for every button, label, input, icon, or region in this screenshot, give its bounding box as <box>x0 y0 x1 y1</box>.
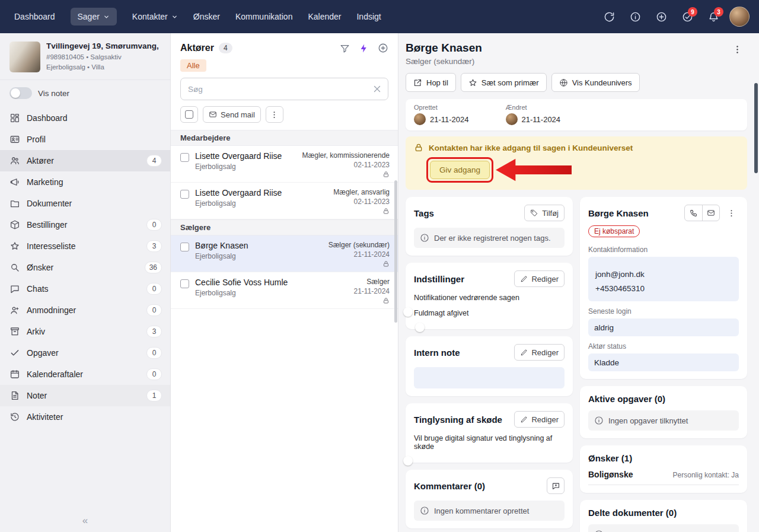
send-mail-button[interactable]: Send mail <box>203 106 261 123</box>
automation-button[interactable] <box>359 43 369 53</box>
warning-message: Kontakten har ikke adgang til sagen i Ku… <box>429 144 633 152</box>
actor-row[interactable]: Lisette Overgaard Riise Ejerboligsalg Mæ… <box>171 183 398 219</box>
info-icon <box>420 506 429 515</box>
page-subtitle: Sælger (sekundær) <box>406 57 482 66</box>
dashboard-icon <box>9 113 20 123</box>
sidebar-item-label: Interesseliste <box>27 241 75 251</box>
add-tag-button[interactable]: Tilføj <box>524 205 565 221</box>
filter-chip-alle[interactable]: Alle <box>180 59 206 72</box>
call-button[interactable] <box>685 205 702 221</box>
add-comment-button[interactable] <box>547 477 565 494</box>
sidebar-item-anmodninger[interactable]: Anmodninger 0 <box>0 300 170 321</box>
property-title: Tvillingevej 19, Smørumvang, 2... <box>46 42 161 50</box>
main-scrollbar[interactable] <box>754 83 758 173</box>
property-header[interactable]: Tvillingevej 19, Smørumvang, 2... #98981… <box>0 33 170 80</box>
actor-date: 21-11-2024 <box>354 287 390 295</box>
sidebar-item-marketing[interactable]: Marketing <box>0 171 170 193</box>
contact-more-button[interactable] <box>723 205 739 221</box>
row-checkbox[interactable] <box>180 153 189 162</box>
actor-row[interactable]: Lisette Overgaard Riise Ejerboligsalg Mæ… <box>171 146 398 183</box>
star-icon <box>9 241 20 251</box>
nav-indsigt[interactable]: Indsigt <box>356 12 381 21</box>
edit-note-label: Rediger <box>531 348 559 357</box>
lock-icon <box>382 260 390 267</box>
tags-empty-state: Der er ikke registreret nogen tags. <box>414 228 565 248</box>
user-avatar[interactable] <box>729 7 750 27</box>
row-checkbox[interactable] <box>180 279 189 288</box>
sidebar-item-profil[interactable]: Profil <box>0 129 170 150</box>
sidebar-item-aktorer[interactable]: Aktører 4 <box>0 150 170 171</box>
hop-til-button[interactable]: Hop til <box>406 73 456 92</box>
info-button[interactable] <box>625 7 645 27</box>
actor-row-selected[interactable]: Børge Knasen Ejerboligsalg Sælger (sekun… <box>171 235 398 272</box>
nav-kalender[interactable]: Kalender <box>308 12 341 21</box>
check-icon <box>9 348 20 358</box>
actor-org: Ejerboligsalg <box>195 289 288 297</box>
kebab-icon <box>732 44 742 55</box>
detail-more-button[interactable] <box>729 42 745 57</box>
more-actions-button[interactable] <box>266 106 283 123</box>
tasks-button[interactable]: 9 <box>677 7 697 27</box>
top-nav: Dashboard Sager Kontakter Ønsker Kommuni… <box>0 0 759 33</box>
edit-tinglysning-button[interactable]: Rediger <box>514 411 565 428</box>
email-button[interactable] <box>702 205 719 221</box>
sidebar-item-noter[interactable]: Noter 1 <box>0 385 170 406</box>
select-all-checkbox[interactable] <box>180 106 198 123</box>
actor-row[interactable]: Cecilie Sofie Voss Humle Ejerboligsalg S… <box>171 272 398 309</box>
sidebar-item-label: Dokumenter <box>27 199 72 208</box>
tasks-badge: 9 <box>688 7 697 17</box>
sidebar-collapse-button[interactable]: « <box>0 509 170 532</box>
nav-kontakter[interactable]: Kontakter <box>132 12 178 21</box>
contact-email[interactable]: jonh@jonh.dk <box>595 267 732 282</box>
contact-info-label: Kontaktinformation <box>588 246 739 254</box>
nav-kommunikation[interactable]: Kommunikation <box>235 12 293 21</box>
filter-button[interactable] <box>340 43 350 53</box>
case-sidebar: Tvillingevej 19, Smørumvang, 2... #98981… <box>0 33 171 532</box>
notifications-toggle-label: Notifikationer vedrørende sagen <box>414 294 565 302</box>
wish-item[interactable]: Boligønske Personlig kontakt: Ja <box>588 470 739 485</box>
sidebar-item-aktiviteter[interactable]: Aktiviteter <box>0 406 170 428</box>
kebab-icon <box>727 209 736 218</box>
sidebar-item-label: Aktører <box>27 156 54 165</box>
vis-noter-toggle[interactable] <box>9 87 32 99</box>
sidebar-item-arkiv[interactable]: Arkiv 3 <box>0 321 170 342</box>
sidebar-item-opgaver[interactable]: Opgaver 0 <box>0 342 170 364</box>
refresh-icon <box>604 11 615 23</box>
nav-onsker[interactable]: Ønsker <box>193 12 220 21</box>
annotation-highlight-box: Giv adgang <box>426 157 493 183</box>
refresh-button[interactable] <box>599 7 619 27</box>
vis-kundeunivers-button[interactable]: Vis Kundeunivers <box>551 73 640 92</box>
add-button[interactable] <box>651 7 671 27</box>
edit-settings-label: Rediger <box>531 275 559 283</box>
sidebar-item-label: Bestillinger <box>27 220 67 230</box>
sidebar-item-bestillinger[interactable]: Bestillinger 0 <box>0 214 170 235</box>
saet-som-primaer-button[interactable]: Sæt som primær <box>461 73 547 92</box>
sidebar-item-dashboard[interactable]: Dashboard <box>0 107 170 129</box>
nav-dashboard[interactable]: Dashboard <box>14 12 55 21</box>
row-checkbox[interactable] <box>180 190 189 199</box>
nav-sager[interactable]: Sager <box>71 8 117 26</box>
sidebar-item-onsker[interactable]: Ønsker 36 <box>0 257 170 278</box>
row-checkbox[interactable] <box>180 243 189 251</box>
edit-settings-button[interactable]: Rediger <box>514 270 565 287</box>
plus-circle-icon <box>656 11 667 23</box>
sidebar-item-chats[interactable]: Chats 0 <box>0 278 170 300</box>
contact-phone[interactable]: +4530465310 <box>595 282 732 296</box>
giv-adgang-button[interactable]: Giv adgang <box>430 161 490 179</box>
edit-note-button[interactable]: Rediger <box>514 344 565 361</box>
intern-note-field[interactable] <box>414 367 565 388</box>
sidebar-item-dokumenter[interactable]: Dokumenter <box>0 193 170 214</box>
plus-circle-icon <box>378 43 388 53</box>
sidebar-item-interesseliste[interactable]: Interesseliste 3 <box>0 235 170 257</box>
nav-sager-label: Sager <box>78 12 100 21</box>
sidebar-item-label: Ønsker <box>27 263 53 272</box>
notifications-button[interactable]: 3 <box>703 7 723 27</box>
panel-scrollbar[interactable] <box>394 180 397 323</box>
sidebar-item-kalenderaftaler[interactable]: Kalenderaftaler 0 <box>0 364 170 385</box>
search-input[interactable] <box>180 78 388 100</box>
tasks-card: Aktive opgaver (0) Ingen opgaver tilknyt… <box>580 386 747 438</box>
clear-search-icon[interactable] <box>372 84 382 94</box>
page-title: Børge Knasen <box>406 42 482 55</box>
add-actor-button[interactable] <box>378 43 388 53</box>
shared-docs-empty-state: Ingen dokumenter er delt <box>588 524 739 532</box>
